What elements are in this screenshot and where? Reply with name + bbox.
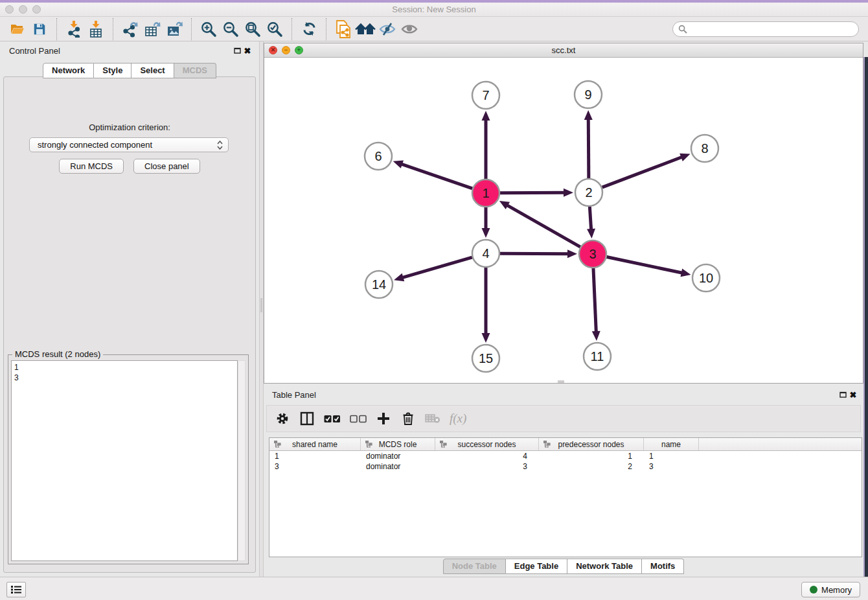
graph-node-label: 2 xyxy=(585,185,592,200)
delete-table-icon xyxy=(425,410,440,427)
graph-edge-arrowhead xyxy=(482,111,490,121)
open-session-icon[interactable] xyxy=(6,19,29,40)
graph-edge[interactable] xyxy=(402,257,472,278)
tab-mcds[interactable]: MCDS xyxy=(174,63,216,78)
network-graph: 7968124314101511 xyxy=(264,58,863,384)
graph-edge-arrowhead xyxy=(394,273,404,281)
refresh-icon[interactable] xyxy=(298,19,320,40)
graph-node-label: 3 xyxy=(589,247,596,261)
column-header-shared-name[interactable]: shared name xyxy=(269,438,361,450)
toolbar-separator xyxy=(326,18,326,40)
desktop-right-edge xyxy=(863,57,868,600)
graph-edge[interactable] xyxy=(607,257,683,273)
column-header-mcds-role[interactable]: MCDS role xyxy=(361,438,435,450)
graph-edge[interactable] xyxy=(602,157,683,187)
delete-column-icon[interactable] xyxy=(400,410,416,427)
graph-edge-arrowhead xyxy=(592,331,600,341)
graph-edge-arrowhead xyxy=(482,228,490,238)
network-window-titlebar[interactable]: ✕ − + scc.txt xyxy=(264,43,863,58)
column-header-name[interactable]: name xyxy=(644,438,699,450)
network-resize-handle[interactable] xyxy=(558,380,564,383)
select-all-checkboxes-icon[interactable] xyxy=(324,410,341,427)
graph-edge[interactable] xyxy=(400,164,472,189)
export-network-icon[interactable] xyxy=(119,19,141,40)
result-scrollbar[interactable] xyxy=(238,360,246,561)
zoom-fit-icon[interactable] xyxy=(242,19,264,40)
tab-edge-table[interactable]: Edge Table xyxy=(506,559,567,574)
toolbar-separator xyxy=(291,18,292,40)
memory-button[interactable]: Memory xyxy=(801,582,860,597)
zoom-out-icon[interactable] xyxy=(220,19,242,40)
add-column-icon[interactable] xyxy=(376,410,391,427)
import-network-icon[interactable] xyxy=(63,19,85,40)
gear-icon[interactable] xyxy=(275,410,290,427)
graph-edge-arrowhead xyxy=(564,189,573,197)
control-panel-header: Control Panel ✖ xyxy=(9,45,253,56)
vertical-splitter[interactable] xyxy=(259,41,264,577)
cell-mcds-role: dominator xyxy=(361,461,435,472)
table-row[interactable]: 1 dominator 4 1 1 xyxy=(269,451,862,461)
graph-node-label: 6 xyxy=(374,149,382,163)
tab-select[interactable]: Select xyxy=(131,63,174,78)
tab-network-table[interactable]: Network Table xyxy=(567,559,642,574)
close-panel-icon[interactable]: ✖ xyxy=(848,389,858,400)
copy-network-view-icon[interactable] xyxy=(332,19,354,40)
search-input[interactable] xyxy=(691,25,853,34)
tab-motifs[interactable]: Motifs xyxy=(642,559,684,574)
optimization-criterion-label: Optimization criterion: xyxy=(4,122,255,132)
export-table-icon[interactable] xyxy=(141,19,163,40)
eye-icon[interactable] xyxy=(398,19,420,40)
float-window-icon[interactable] xyxy=(838,389,848,400)
dropdown-stepper-icon xyxy=(217,141,223,150)
splitter-handle[interactable] xyxy=(260,298,262,312)
criterion-value: strongly connected component xyxy=(38,140,217,150)
table-header-row: shared name MCDS role successor nodes pr… xyxy=(269,438,862,451)
table-row[interactable]: 3 dominator 3 2 3 xyxy=(269,461,862,472)
export-image-icon[interactable] xyxy=(163,19,185,40)
graph-edge[interactable] xyxy=(500,192,565,193)
run-mcds-button[interactable]: Run MCDS xyxy=(59,159,124,174)
graph-node-label: 11 xyxy=(591,349,604,363)
close-panel-button[interactable]: Close panel xyxy=(133,159,200,174)
graph-edge-arrowhead xyxy=(567,249,577,258)
zoom-in-icon[interactable] xyxy=(198,19,220,40)
mcds-tab-content: Optimization criterion: strongly connect… xyxy=(3,76,256,573)
graph-node-label: 10 xyxy=(699,271,713,285)
function-builder-icon: f(x) xyxy=(450,410,466,427)
hide-eye-icon[interactable] xyxy=(376,19,398,40)
mcds-result-text[interactable]: 1 3 xyxy=(11,360,238,561)
tab-node-table[interactable]: Node Table xyxy=(443,559,506,574)
graph-edge[interactable] xyxy=(589,207,591,231)
cell-name: 1 xyxy=(644,451,699,461)
toolbar-separator xyxy=(191,18,192,40)
column-layout-icon[interactable] xyxy=(299,410,315,427)
graph-edge-arrowhead xyxy=(584,110,593,120)
graph-edge[interactable] xyxy=(588,118,589,178)
node-table[interactable]: shared name MCDS role successor nodes pr… xyxy=(269,437,862,557)
graph-edge[interactable] xyxy=(500,253,569,254)
graph-edge[interactable] xyxy=(593,268,596,333)
import-table-icon[interactable] xyxy=(85,19,107,40)
save-session-icon[interactable] xyxy=(29,19,51,40)
mcds-result-title: MCDS result (2 nodes) xyxy=(12,349,103,359)
graph-node-label: 9 xyxy=(584,87,591,102)
float-window-icon[interactable] xyxy=(232,45,242,56)
result-line: 3 xyxy=(14,373,234,383)
list-icon xyxy=(10,585,22,594)
criterion-dropdown[interactable]: strongly connected component xyxy=(29,137,229,152)
home-icon[interactable] xyxy=(354,19,376,40)
column-header-predecessor-nodes[interactable]: predecessor nodes xyxy=(539,438,644,450)
main-toolbar xyxy=(0,17,868,41)
network-window-title: scc.txt xyxy=(264,45,863,55)
deselect-checkboxes-icon[interactable] xyxy=(350,410,367,427)
task-history-button[interactable] xyxy=(6,582,26,597)
result-line: 1 xyxy=(14,362,234,373)
tab-network[interactable]: Network xyxy=(43,63,94,78)
column-header-successor-nodes[interactable]: successor nodes xyxy=(435,438,539,450)
close-panel-icon[interactable]: ✖ xyxy=(242,45,253,56)
graph-edge[interactable] xyxy=(506,205,580,247)
zoom-selected-icon[interactable] xyxy=(264,19,286,40)
tab-style[interactable]: Style xyxy=(94,63,131,78)
network-canvas[interactable]: 7968124314101511 xyxy=(264,58,863,383)
column-type-icon xyxy=(440,441,447,448)
